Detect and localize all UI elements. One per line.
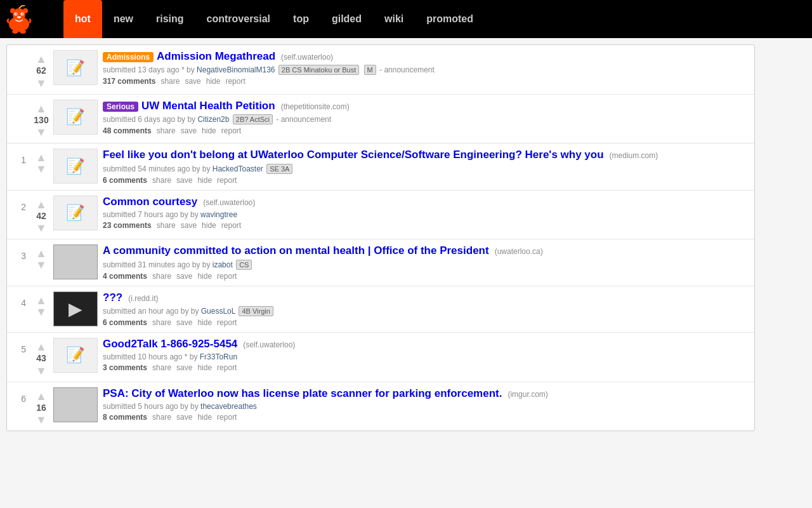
comments-link[interactable]: 6 comments <box>103 176 147 185</box>
post-title[interactable]: A community committed to action on menta… <box>103 244 489 257</box>
action-hide[interactable]: hide <box>197 318 212 327</box>
post-author[interactable]: GuessLoL <box>201 307 235 316</box>
svg-point-12 <box>20 30 26 34</box>
nav-tab-top[interactable]: top <box>282 0 320 38</box>
action-share[interactable]: share <box>160 77 180 86</box>
post-title-line: A community committed to action on menta… <box>103 244 751 257</box>
post-thumbnail[interactable]: 📝 <box>53 196 98 231</box>
downvote-button[interactable]: ▼ <box>36 306 47 318</box>
downvote-button[interactable]: ▼ <box>36 365 47 377</box>
comments-link[interactable]: 48 comments <box>103 126 152 135</box>
post-domain: (medium.com) <box>610 151 658 160</box>
upvote-button[interactable]: ▲ <box>36 295 47 306</box>
post-title[interactable]: ??? <box>103 291 122 304</box>
post-meta: submitted 13 days ago * by NegativeBinom… <box>103 65 751 75</box>
action-save[interactable]: save <box>181 126 197 135</box>
post-title[interactable]: PSA: City of Waterloo now has license pl… <box>103 387 502 400</box>
downvote-button[interactable]: ▼ <box>36 259 47 271</box>
action-hide[interactable]: hide <box>197 272 212 281</box>
action-share[interactable]: share <box>152 318 171 327</box>
upvote-button[interactable]: ▲ <box>36 199 47 210</box>
post-thumbnail[interactable]: 📝 <box>53 50 98 85</box>
post-title-line: PSA: City of Waterloo now has license pl… <box>103 387 751 400</box>
action-report[interactable]: report <box>225 77 245 86</box>
upvote-button[interactable]: ▲ <box>36 53 47 65</box>
action-share[interactable]: share <box>157 126 176 135</box>
post-body: PSA: City of Waterloo now has license pl… <box>103 387 751 422</box>
upvote-button[interactable]: ▲ <box>36 391 47 402</box>
action-save[interactable]: save <box>181 221 197 230</box>
downvote-button[interactable]: ▼ <box>36 126 47 138</box>
post-author[interactable]: thecavebreathes <box>200 402 257 411</box>
nav-tab-wiki[interactable]: wiki <box>373 0 415 38</box>
action-save[interactable]: save <box>176 176 192 185</box>
downvote-button[interactable]: ▼ <box>36 414 47 425</box>
downvote-button[interactable]: ▼ <box>36 163 47 175</box>
nav-tab-hot[interactable]: hot <box>63 0 102 38</box>
comments-link[interactable]: 317 comments <box>103 77 155 86</box>
comments-link[interactable]: 3 comments <box>103 363 147 372</box>
upvote-button[interactable]: ▲ <box>36 152 47 163</box>
action-report[interactable]: report <box>217 363 237 372</box>
post-title-line: AdmissionsAdmission Megathread(self.uwat… <box>103 50 751 63</box>
action-hide[interactable]: hide <box>202 126 216 135</box>
comments-link[interactable]: 6 comments <box>103 318 147 327</box>
post-thumbnail[interactable] <box>53 244 98 279</box>
upvote-button[interactable]: ▲ <box>36 103 47 114</box>
subreddit-name[interactable] <box>41 15 53 23</box>
post-title[interactable]: Common courtesy <box>103 196 197 208</box>
post-title[interactable]: Admission Megathread <box>157 50 275 63</box>
action-report[interactable]: report <box>217 413 237 422</box>
post-thumbnail[interactable]: 📝 <box>53 149 98 184</box>
action-report[interactable]: report <box>217 272 237 281</box>
action-report[interactable]: report <box>217 318 237 327</box>
post-title-line: ???(i.redd.it) <box>103 291 751 304</box>
action-save[interactable]: save <box>176 363 192 372</box>
action-save[interactable]: save <box>185 77 200 86</box>
nav-tab-new[interactable]: new <box>102 0 145 38</box>
upvote-button[interactable]: ▲ <box>36 248 47 259</box>
post-title[interactable]: Good2Talk 1-866-925-5454 <box>103 338 237 351</box>
action-report[interactable]: report <box>221 221 241 230</box>
nav-tab-rising[interactable]: rising <box>145 0 195 38</box>
post-thumbnail[interactable] <box>53 387 98 422</box>
post-author[interactable]: izabot <box>213 260 233 269</box>
post-thumbnail[interactable]: 📝 <box>53 100 98 135</box>
post-title[interactable]: UW Mental Health Petition <box>141 100 275 112</box>
action-save[interactable]: save <box>176 272 192 281</box>
comments-link[interactable]: 4 comments <box>103 272 147 281</box>
nav-tab-controversial[interactable]: controversial <box>195 0 282 38</box>
action-report[interactable]: report <box>221 126 241 135</box>
post-author[interactable]: Citizen2b <box>197 115 229 124</box>
action-share[interactable]: share <box>157 221 176 230</box>
action-hide[interactable]: hide <box>202 221 216 230</box>
action-share[interactable]: share <box>152 176 171 185</box>
action-save[interactable]: save <box>176 318 192 327</box>
post-author[interactable]: wavingtree <box>200 210 237 219</box>
post-thumbnail[interactable]: ▶ <box>53 291 98 326</box>
comments-link[interactable]: 8 comments <box>103 413 147 422</box>
action-share[interactable]: share <box>152 413 171 422</box>
action-hide[interactable]: hide <box>197 176 212 185</box>
upvote-button[interactable]: ▲ <box>36 341 47 352</box>
post-author[interactable]: Fr33ToRun <box>200 352 237 361</box>
action-hide[interactable]: hide <box>197 363 212 372</box>
post-author[interactable]: HackedToaster <box>213 164 263 173</box>
action-share[interactable]: share <box>152 272 171 281</box>
nav-tab-gilded[interactable]: gilded <box>320 0 373 38</box>
post-body: A community committed to action on menta… <box>103 244 751 280</box>
downvote-button[interactable]: ▼ <box>36 222 47 234</box>
post-thumbnail[interactable]: 📝 <box>53 338 98 373</box>
nav-tab-promoted[interactable]: promoted <box>415 0 485 38</box>
action-share[interactable]: share <box>152 363 171 372</box>
action-report[interactable]: report <box>217 176 237 185</box>
post-domain: (uwaterloo.ca) <box>495 247 543 256</box>
action-hide[interactable]: hide <box>197 413 212 422</box>
post-title[interactable]: Feel like you don't belong at UWaterloo … <box>103 149 604 161</box>
action-save[interactable]: save <box>176 413 192 422</box>
comments-link[interactable]: 23 comments <box>103 221 152 230</box>
action-hide[interactable]: hide <box>206 77 221 86</box>
post-author[interactable]: NegativeBinomialM136 <box>197 65 275 74</box>
post-domain: (i.redd.it) <box>128 294 158 303</box>
downvote-button[interactable]: ▼ <box>36 77 47 89</box>
